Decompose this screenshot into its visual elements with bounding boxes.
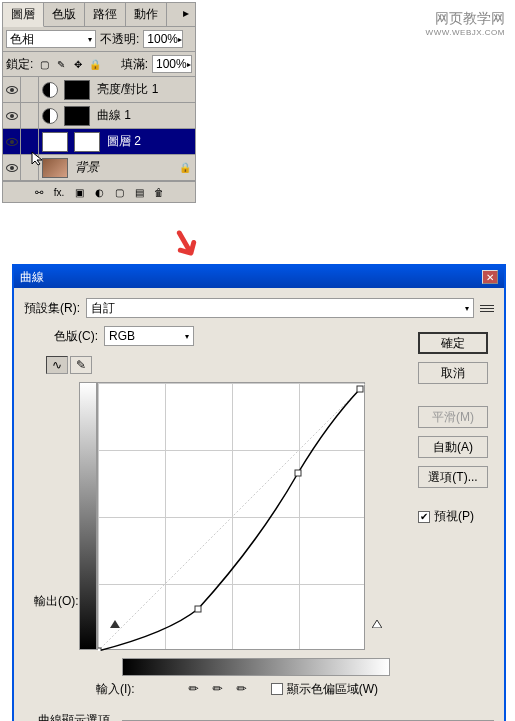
- show-clipping-row: 顯示色偏區域(W): [271, 681, 378, 698]
- panel-tabs: 圖層 色版 路徑 動作 ▸: [3, 3, 195, 27]
- options-button[interactable]: 選項(T)...: [418, 466, 488, 488]
- lock-fill-row: 鎖定: ▢ ✎ ✥ 🔒 填滿: 100% ▸: [3, 52, 195, 77]
- tab-paths[interactable]: 路徑: [85, 3, 126, 26]
- panel-menu-icon[interactable]: ▸: [177, 3, 195, 26]
- visibility-toggle[interactable]: [3, 77, 21, 102]
- link-col[interactable]: [21, 77, 39, 102]
- cursor-icon: [30, 150, 46, 166]
- output-label: 輸出(O):: [34, 593, 79, 610]
- panel-footer: ⚯ fx. ▣ ◐ ▢ ▤ 🗑: [3, 181, 195, 202]
- ok-button[interactable]: 確定: [418, 332, 488, 354]
- white-eyedropper-icon[interactable]: ✎: [229, 676, 254, 701]
- blend-mode-value: 色相: [10, 31, 34, 48]
- eyedropper-row: ✎ ✎ ✎: [185, 680, 251, 698]
- mask-thumb: [74, 132, 100, 152]
- cancel-button[interactable]: 取消: [418, 362, 488, 384]
- eye-icon: [6, 138, 18, 146]
- chevron-down-icon: ▾: [185, 332, 189, 341]
- adjustment-icon: [42, 82, 58, 98]
- preset-select[interactable]: 自訂 ▾: [86, 298, 474, 318]
- tab-channels[interactable]: 色版: [44, 3, 85, 26]
- chevron-down-icon: ⌄: [24, 715, 32, 721]
- dialog-body: 預設集(R): 自訂 ▾ 色版(C): RGB ▾ ∿ ✎ 輸出(O):: [14, 288, 504, 721]
- title-bar[interactable]: 曲線 ✕: [14, 266, 504, 288]
- add-mask-icon[interactable]: ▣: [72, 185, 86, 199]
- display-options-row[interactable]: ⌄ 曲線顯示選項: [24, 706, 494, 721]
- fill-input[interactable]: 100% ▸: [152, 55, 192, 73]
- curve-pencil-tool[interactable]: ✎: [70, 356, 92, 374]
- layer-name: 背景: [71, 159, 179, 176]
- curve-tool-buttons: ∿ ✎: [46, 356, 92, 374]
- lock-all-icon[interactable]: 🔒: [88, 57, 102, 71]
- opacity-input[interactable]: 100% ▸: [143, 30, 183, 48]
- visibility-toggle[interactable]: [3, 155, 21, 180]
- layer-style-icon[interactable]: fx.: [52, 185, 66, 199]
- curve-point[interactable]: [98, 648, 101, 651]
- lock-transparency-icon[interactable]: ▢: [37, 57, 51, 71]
- dialog-buttons: 確定 取消 平滑(M) 自動(A) 選項(T)... ✔ 預視(P): [418, 332, 488, 525]
- layer-thumb: [42, 132, 68, 152]
- preview-label: 預視(P): [434, 508, 474, 525]
- link-col[interactable]: [21, 103, 39, 128]
- curve-point[interactable]: [357, 386, 363, 392]
- watermark-url: WWW.WEBJX.COM: [426, 28, 505, 37]
- adjustment-icon: [42, 108, 58, 124]
- layer-item[interactable]: 曲線 1: [3, 103, 195, 129]
- new-group-icon[interactable]: ▢: [112, 185, 126, 199]
- watermark: 网页教学网 WWW.WEBJX.COM: [426, 10, 505, 37]
- new-layer-icon[interactable]: ▤: [132, 185, 146, 199]
- visibility-toggle[interactable]: [3, 129, 21, 154]
- close-button[interactable]: ✕: [482, 270, 498, 284]
- preset-menu-icon[interactable]: [480, 301, 494, 315]
- layer-name: 曲線 1: [93, 107, 195, 124]
- mask-thumb: [64, 106, 90, 126]
- channel-select[interactable]: RGB ▾: [104, 326, 194, 346]
- white-point-slider[interactable]: [372, 620, 382, 628]
- layer-name: 亮度/對比 1: [93, 81, 195, 98]
- preview-row: ✔ 預視(P): [418, 508, 488, 525]
- channel-value: RGB: [109, 329, 135, 343]
- eye-icon: [6, 112, 18, 120]
- lock-icons: ▢ ✎ ✥ 🔒: [37, 57, 102, 71]
- lock-move-icon[interactable]: ✥: [71, 57, 85, 71]
- show-clipping-label: 顯示色偏區域(W): [287, 681, 378, 698]
- visibility-toggle[interactable]: [3, 103, 21, 128]
- input-row: 輸入(I): ✎ ✎ ✎ 顯示色偏區域(W): [96, 680, 494, 698]
- eye-icon: [6, 86, 18, 94]
- smooth-button[interactable]: 平滑(M): [418, 406, 488, 428]
- link-layers-icon[interactable]: ⚯: [32, 185, 46, 199]
- layer-item[interactable]: 亮度/對比 1: [3, 77, 195, 103]
- tab-layers[interactable]: 圖層: [3, 3, 44, 27]
- fill-label: 填滿:: [121, 56, 148, 73]
- auto-button[interactable]: 自動(A): [418, 436, 488, 458]
- black-eyedropper-icon[interactable]: ✎: [181, 676, 206, 701]
- preset-row: 預設集(R): 自訂 ▾: [24, 298, 494, 318]
- curves-dialog: 曲線 ✕ 預設集(R): 自訂 ▾ 色版(C): RGB ▾ ∿ ✎ 輸出(O)…: [12, 264, 506, 721]
- chevron-down-icon: ▾: [88, 35, 92, 44]
- lock-brush-icon[interactable]: ✎: [54, 57, 68, 71]
- black-point-slider[interactable]: [110, 620, 120, 628]
- preview-checkbox[interactable]: ✔: [418, 511, 430, 523]
- gray-eyedropper-icon[interactable]: ✎: [205, 676, 230, 701]
- curve-svg: [98, 383, 366, 651]
- curve-point[interactable]: [295, 470, 301, 476]
- delete-layer-icon[interactable]: 🗑: [152, 185, 166, 199]
- blend-opacity-row: 色相 ▾ 不透明: 100% ▸: [3, 27, 195, 52]
- curve-grid[interactable]: [97, 382, 365, 650]
- layers-panel: 圖層 色版 路徑 動作 ▸ 色相 ▾ 不透明: 100% ▸ 鎖定: ▢ ✎ ✥…: [2, 2, 196, 203]
- show-clipping-checkbox[interactable]: [271, 683, 283, 695]
- preset-value: 自訂: [91, 300, 115, 317]
- blend-mode-select[interactable]: 色相 ▾: [6, 30, 96, 48]
- curve-point-tool[interactable]: ∿: [46, 356, 68, 374]
- channel-label: 色版(C):: [54, 328, 98, 345]
- opacity-value: 100%: [147, 32, 178, 46]
- lock-label: 鎖定:: [6, 56, 33, 73]
- curve-point[interactable]: [195, 606, 201, 612]
- adjustment-layer-icon[interactable]: ◐: [92, 185, 106, 199]
- chevron-down-icon: ▾: [465, 304, 469, 313]
- fill-value: 100%: [156, 57, 187, 71]
- mask-thumb: [64, 80, 90, 100]
- lock-icon: 🔒: [179, 162, 191, 173]
- display-options-label: 曲線顯示選項: [38, 712, 110, 721]
- tab-actions[interactable]: 動作: [126, 3, 167, 26]
